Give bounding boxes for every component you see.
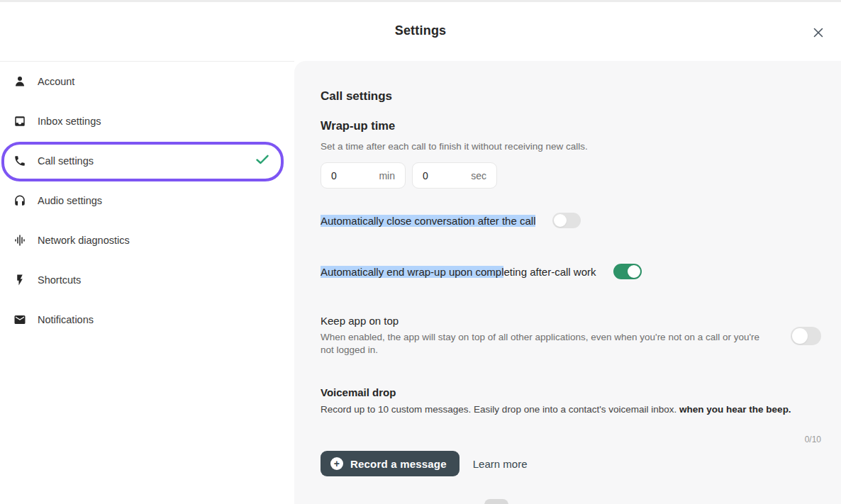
record-message-button[interactable]: + Record a message xyxy=(321,451,460,476)
toggle-knob xyxy=(792,328,808,344)
voicemail-drop-description: Record up to 10 custom messages. Easily … xyxy=(321,404,821,415)
keep-app-on-top-title: Keep app on top xyxy=(321,315,767,327)
auto-close-label: Automatically close conversation after t… xyxy=(321,215,535,227)
minutes-field[interactable]: min xyxy=(321,162,406,189)
sidebar-item-audio-settings[interactable]: Audio settings xyxy=(0,181,294,220)
close-icon xyxy=(812,26,825,41)
auto-end-wrapup-toggle[interactable] xyxy=(613,264,642,279)
toggle-knob xyxy=(554,214,567,227)
dialog-header: Settings xyxy=(0,2,841,61)
minutes-input[interactable] xyxy=(331,170,362,181)
close-button[interactable] xyxy=(810,25,827,42)
phone-icon xyxy=(13,155,26,167)
wrap-up-time-description: Set a time after each call to finish it … xyxy=(321,141,821,152)
sidebar-item-label: Network diagnostics xyxy=(38,235,130,246)
keep-app-on-top-row: Keep app on top When enabled, the app wi… xyxy=(321,315,821,357)
sidebar-item-label: Call settings xyxy=(38,155,94,167)
learn-more-link[interactable]: Learn more xyxy=(473,458,528,470)
auto-close-row: Automatically close conversation after t… xyxy=(321,213,821,228)
auto-end-wrapup-row: Automatically end wrap-up upon completin… xyxy=(321,264,821,279)
settings-sidebar: Account Inbox settings Call settings Aud… xyxy=(0,61,294,504)
sidebar-item-label: Notifications xyxy=(38,314,94,325)
auto-close-toggle[interactable] xyxy=(552,213,581,228)
voicemail-counter: 0/10 xyxy=(321,435,821,444)
sidebar-item-account[interactable]: Account xyxy=(0,62,294,101)
headphones-icon xyxy=(13,194,26,207)
envelope-icon xyxy=(13,313,26,326)
sidebar-item-call-settings[interactable]: Call settings xyxy=(0,141,294,181)
voicemail-drop-title: Voicemail drop xyxy=(321,386,821,398)
voicemail-beep-note: when you hear the beep. xyxy=(679,404,791,415)
minutes-unit-label: min xyxy=(379,170,395,181)
keep-app-on-top-toggle[interactable] xyxy=(791,327,821,345)
auto-end-wrapup-label: Automatically end wrap-up upon completin… xyxy=(321,266,596,278)
toggle-knob xyxy=(628,265,640,278)
call-settings-panel: Call settings Wrap-up time Set a time af… xyxy=(294,61,841,504)
seconds-unit-label: sec xyxy=(471,170,486,181)
sidebar-item-label: Account xyxy=(38,76,74,87)
wrap-up-time-inputs: min sec xyxy=(321,162,821,189)
scroll-down-indicator[interactable] xyxy=(484,499,508,504)
lightning-icon xyxy=(13,274,26,286)
selected-check-icon xyxy=(256,155,269,167)
record-message-label: Record a message xyxy=(350,458,447,470)
wrap-up-time-heading: Wrap-up time xyxy=(321,119,821,133)
voicemail-actions: + Record a message Learn more xyxy=(321,451,821,476)
inbox-icon xyxy=(13,115,26,128)
sidebar-item-notifications[interactable]: Notifications xyxy=(0,300,294,340)
page-title: Call settings xyxy=(321,89,821,103)
seconds-input[interactable] xyxy=(423,170,454,181)
equalizer-icon xyxy=(13,234,26,247)
sidebar-item-inbox-settings[interactable]: Inbox settings xyxy=(0,101,294,141)
keep-app-on-top-text: Keep app on top When enabled, the app wi… xyxy=(321,315,767,357)
plus-icon: + xyxy=(330,457,343,470)
sidebar-item-label: Inbox settings xyxy=(38,116,101,127)
sidebar-item-network-diagnostics[interactable]: Network diagnostics xyxy=(0,220,294,260)
sidebar-item-label: Audio settings xyxy=(38,195,102,206)
user-icon xyxy=(13,75,26,88)
dialog-title: Settings xyxy=(0,23,841,38)
voicemail-drop-section: Voicemail drop Record up to 10 custom me… xyxy=(321,386,821,476)
keep-app-on-top-description: When enabled, the app will stay on top o… xyxy=(321,331,767,357)
sidebar-item-shortcuts[interactable]: Shortcuts xyxy=(0,260,294,300)
sidebar-item-label: Shortcuts xyxy=(38,274,81,286)
seconds-field[interactable]: sec xyxy=(412,162,497,189)
